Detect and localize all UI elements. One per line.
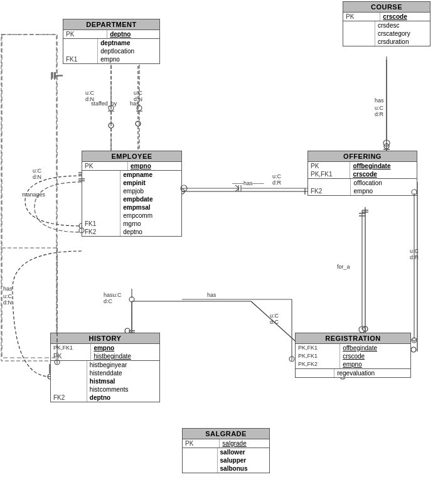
emp-empjob: empjob [120, 187, 181, 195]
svg-point-73 [289, 357, 294, 362]
history-header: HISTORY [51, 333, 159, 344]
sal-salgrade: salgrade [220, 439, 269, 448]
sal-salbonus: salbonus [218, 464, 269, 473]
manages-label: manages [22, 191, 45, 198]
uc-manages-label: u:C [33, 168, 41, 174]
svg-line-54 [235, 188, 239, 191]
dept-deptlocation: deptlocation [98, 47, 159, 55]
salgrade-header: SALGRADE [183, 429, 269, 439]
hist-deptno: deptno [87, 394, 159, 402]
course-crscode: crscode [380, 13, 430, 21]
course-pk-label: PK [343, 13, 380, 21]
dn-dept-label: d:N [85, 96, 94, 102]
uc-right-label: u:C [410, 248, 419, 254]
emp-empno: empno [128, 162, 181, 170]
emp-empcomm: empcomm [120, 212, 181, 220]
dr-right-label: d:R [410, 254, 419, 260]
dn-manages-label: d:N [33, 174, 41, 180]
has-course-off-label: has [375, 97, 384, 104]
entity-course: COURSE PK crscode crsdesc crscategory cr… [343, 1, 430, 46]
off-crscode: crscode [350, 170, 417, 178]
uc-course-off-label: u:C [375, 105, 383, 111]
dept-deptname: deptname [98, 39, 159, 47]
has-bottom-label: has [207, 292, 216, 298]
svg-rect-23 [1, 35, 56, 361]
dc-reg-off-label: d:C [270, 319, 279, 325]
hist-histcomments: histcomments [87, 385, 159, 394]
svg-point-16 [363, 326, 368, 331]
uc-dept-label: u:C [85, 90, 94, 96]
hist-histmsal: histmsal [87, 377, 159, 385]
reg-crscode: crscode [340, 352, 410, 360]
entity-history: HISTORY PK,FK1 empno PK histbegindate hi… [50, 333, 160, 402]
uc-has-label: u:C [134, 90, 142, 96]
off-offbegindate: offbegindate [350, 162, 417, 170]
entity-department: DEPARTMENT PK deptno deptname deptlocati… [63, 19, 160, 64]
hasd-label: d:C [104, 298, 112, 304]
svg-point-76 [412, 338, 417, 343]
sal-salupper: salupper [218, 456, 269, 464]
svg-point-67 [129, 297, 134, 302]
uc-reg-off-label: u:C [270, 313, 279, 319]
svg-point-14 [384, 144, 389, 149]
staffed-by-label: staffed_by [91, 100, 117, 107]
svg-point-63 [359, 326, 365, 333]
employee-header: EMPLOYEE [82, 151, 181, 162]
for-a-label: for_a [337, 264, 350, 270]
emp-empname: empname [120, 171, 181, 179]
svg-point-31 [411, 347, 416, 352]
course-crscategory: crscategory [375, 29, 430, 38]
off-empno: empno [351, 187, 417, 195]
dn-has-label: d:N [134, 96, 142, 102]
dr-course-off-label: d:R [375, 111, 383, 117]
entity-offering: OFFERING PK offbegindate PK,FK1 crscode … [307, 151, 417, 196]
entity-employee: EMPLOYEE PK empno empname empinit empjob [82, 151, 182, 237]
hist-histbegindate: histbegindate [91, 352, 159, 360]
uc-emp-off-label: u:C [272, 173, 281, 180]
department-header: DEPARTMENT [63, 19, 159, 30]
hasu-label: hasu:C [104, 292, 122, 298]
course-header: COURSE [343, 2, 430, 13]
hist-histbeginyear: histbeginyear [87, 361, 159, 369]
entity-salgrade: SALGRADE PK salgrade sallower salupper s… [182, 428, 270, 473]
svg-point-4 [136, 121, 141, 126]
dr-emp-off-label: d:R [272, 180, 281, 186]
emp-empbdate: empbdate [120, 195, 181, 203]
offering-header: OFFERING [308, 151, 417, 162]
svg-point-1 [109, 123, 114, 128]
registration-header: REGISTRATION [296, 333, 410, 344]
has-emp-off-label: ——has—— [232, 180, 264, 186]
off-offlocation: offlocation [351, 179, 417, 187]
reg-offbegindate: offbegindate [340, 344, 410, 352]
svg-point-59 [383, 140, 390, 146]
course-crsduration: crsduration [375, 38, 430, 46]
emp-deptno: deptno [120, 228, 181, 236]
dept-deptno: deptno [107, 30, 159, 38]
emp-empinit: empinit [120, 179, 181, 187]
has-left-label: has [3, 286, 13, 292]
svg-line-77 [412, 339, 414, 341]
sal-sallower: sallower [218, 448, 269, 456]
emp-mgrno: mgrno [120, 220, 181, 228]
diagram-container: staffed_by has u:C d:N u:C d:N manages u… [0, 0, 433, 504]
reg-empno: empno [340, 360, 410, 368]
course-crsdesc: crsdesc [375, 21, 430, 29]
entity-registration: REGISTRATION PK,FK1 offbegindate PK,FK1 … [295, 333, 411, 378]
dept-empno: empno [98, 55, 159, 63]
dn-left-label: d:N [3, 299, 12, 306]
hist-empno: empno [91, 344, 159, 352]
hist-histenddate: histenddate [87, 369, 159, 377]
emp-empmsal: empmsal [120, 203, 181, 212]
uc-left-label: u:C [3, 293, 12, 299]
svg-line-78 [414, 339, 417, 341]
reg-regevaluation: regevaluation [334, 369, 410, 377]
